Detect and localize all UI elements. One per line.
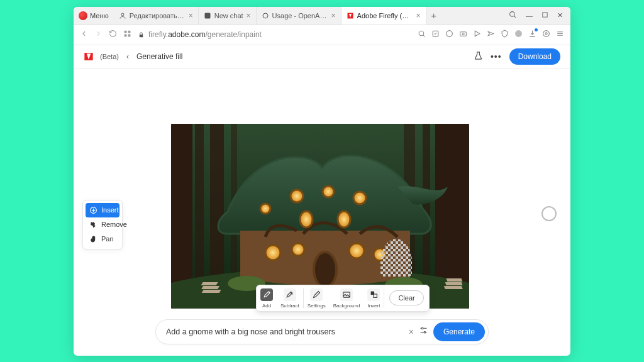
ext-icon[interactable] xyxy=(473,30,481,40)
ext-icon[interactable] xyxy=(459,30,467,40)
apps-icon[interactable] xyxy=(123,30,131,40)
url-text: firefly.adobe.com/generate/inpaint xyxy=(148,30,262,39)
mode-remove[interactable]: Remove xyxy=(86,217,119,232)
mode-toolbar: Insert Remove Pan xyxy=(82,200,123,250)
pan-icon xyxy=(89,235,97,243)
chat-icon xyxy=(204,12,211,19)
minimize-icon[interactable]: — xyxy=(526,12,533,19)
user-icon xyxy=(119,12,126,19)
svg-point-16 xyxy=(462,33,464,35)
brush-label: Subtract xyxy=(280,303,299,309)
tab-edit-post[interactable]: Редактировать запись "M… × xyxy=(114,7,199,25)
brush-settings[interactable]: Settings xyxy=(304,285,330,311)
close-icon[interactable]: × xyxy=(416,11,421,20)
ext-icon[interactable] xyxy=(487,30,495,40)
mode-insert[interactable]: Insert xyxy=(86,203,119,217)
close-icon[interactable]: × xyxy=(247,11,251,20)
breadcrumb[interactable]: Generative fill xyxy=(136,52,182,61)
browser-window: Меню Редактировать запись "M… × New chat… xyxy=(74,7,570,356)
svg-point-44 xyxy=(338,211,350,228)
breadcrumb-back-icon[interactable]: ‹ xyxy=(126,52,129,61)
svg-point-14 xyxy=(447,31,453,37)
divider xyxy=(384,288,384,308)
reload-icon[interactable] xyxy=(109,30,117,40)
brush-add[interactable]: Add xyxy=(257,285,277,311)
svg-point-41 xyxy=(353,192,366,204)
ext-icon[interactable] xyxy=(418,30,426,40)
svg-point-2 xyxy=(263,13,268,18)
lock-icon xyxy=(138,31,145,38)
mode-label: Pan xyxy=(101,235,114,243)
svg-point-39 xyxy=(291,190,303,202)
tab-openai-usage[interactable]: Usage - OpenAI API × xyxy=(257,7,341,25)
maximize-icon[interactable] xyxy=(541,11,548,19)
prompt-input[interactable] xyxy=(166,327,404,336)
tab-adobe-firefly[interactable]: Adobe Firefly (Beta) × xyxy=(341,7,426,25)
svg-rect-47 xyxy=(202,290,221,293)
brush-label: Invert xyxy=(367,303,380,309)
svg-point-64 xyxy=(424,331,426,333)
mode-pan[interactable]: Pan xyxy=(86,232,119,246)
brush-add-icon xyxy=(260,288,273,301)
svg-point-0 xyxy=(121,13,124,16)
back-icon[interactable] xyxy=(80,30,88,40)
clear-prompt-icon[interactable]: × xyxy=(409,327,414,337)
brush-subtract-icon xyxy=(284,288,296,301)
address-bar: firefly.adobe.com/generate/inpaint xyxy=(74,25,570,45)
svg-rect-5 xyxy=(543,13,547,17)
remove-icon xyxy=(89,221,97,229)
forward-icon[interactable] xyxy=(94,30,103,40)
tab-new-chat[interactable]: New chat × xyxy=(199,7,257,25)
tab-label: Usage - OpenAI API xyxy=(272,12,328,19)
browser-menu-label[interactable]: Меню xyxy=(90,12,109,19)
ext-icon[interactable] xyxy=(501,30,509,40)
svg-point-37 xyxy=(349,243,364,258)
opera-logo-icon[interactable] xyxy=(79,11,87,20)
brush-background[interactable]: Background xyxy=(330,285,364,311)
clear-button[interactable]: Clear xyxy=(389,290,423,305)
ext-icon[interactable] xyxy=(542,30,550,40)
brush-preview-circle[interactable] xyxy=(541,206,557,221)
insert-icon xyxy=(89,206,97,214)
avatar-icon[interactable] xyxy=(514,30,523,40)
mode-label: Insert xyxy=(101,206,119,214)
generate-button[interactable]: Generate xyxy=(433,322,485,341)
brush-label: Settings xyxy=(308,303,326,309)
svg-line-4 xyxy=(514,16,516,18)
openai-icon xyxy=(262,12,269,19)
close-icon[interactable]: × xyxy=(331,11,336,20)
svg-rect-15 xyxy=(460,32,467,36)
close-window-icon[interactable]: ✕ xyxy=(557,11,563,19)
prompt-settings-icon[interactable] xyxy=(419,326,428,337)
brush-subtract[interactable]: Subtract xyxy=(277,285,303,311)
brush-label: Add xyxy=(262,303,271,309)
download-button[interactable]: Download xyxy=(509,48,560,65)
adobe-icon xyxy=(347,12,354,19)
background-icon xyxy=(340,288,353,301)
more-menu-icon[interactable]: ••• xyxy=(491,52,502,62)
search-icon[interactable] xyxy=(509,11,517,20)
tab-label: Adobe Firefly (Beta) xyxy=(357,12,413,19)
svg-marker-17 xyxy=(475,31,480,36)
svg-rect-46 xyxy=(201,286,219,289)
svg-point-11 xyxy=(419,31,424,36)
svg-rect-6 xyxy=(125,31,127,33)
canvas-image[interactable] xyxy=(171,124,469,309)
close-icon[interactable]: × xyxy=(189,11,193,20)
svg-point-43 xyxy=(300,211,313,228)
svg-rect-45 xyxy=(201,282,218,285)
svg-point-42 xyxy=(260,204,270,214)
sidebar-toggle-icon[interactable] xyxy=(556,30,564,40)
tab-label: Редактировать запись "M… xyxy=(130,12,186,19)
adobe-logo-icon[interactable] xyxy=(84,52,94,62)
new-tab-button[interactable]: + xyxy=(426,7,441,25)
prompt-bar: × Generate xyxy=(155,319,489,344)
ext-icon[interactable] xyxy=(431,30,440,40)
svg-point-34 xyxy=(314,252,336,287)
beaker-icon[interactable] xyxy=(474,51,483,62)
svg-point-19 xyxy=(545,33,547,35)
brush-invert[interactable]: Invert xyxy=(364,285,384,311)
download-indicator-icon[interactable] xyxy=(528,30,536,40)
url-box[interactable]: firefly.adobe.com/generate/inpaint xyxy=(138,30,411,39)
ext-icon[interactable] xyxy=(445,30,453,40)
